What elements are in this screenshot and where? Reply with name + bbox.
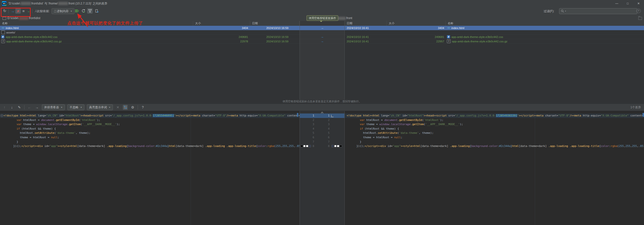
file-table-rows: <>index.html34042024/10/10 16:59→2024/10… bbox=[0, 26, 644, 44]
chevron-down-icon: ▼ bbox=[70, 10, 72, 13]
file-date: 2024/10/10 16:59 bbox=[250, 39, 300, 43]
color-swatch bbox=[300, 145, 303, 147]
prev-file-icon[interactable]: ↑ bbox=[2, 105, 7, 110]
edit-icon[interactable]: ✎ bbox=[17, 105, 22, 110]
diff-toolbar: ↑ ↓ ✎ ← → 并排查看器▼ 不忽略▼ 高亮显示单词▼ ✕ ⚙ ? 1个差异 bbox=[0, 104, 644, 111]
left-editor-pane[interactable]: <!doctype html><html lang="zh_CN" id="ht… bbox=[0, 111, 300, 225]
prev-difference-icon[interactable]: ← bbox=[27, 105, 32, 110]
separator bbox=[138, 105, 138, 110]
table-row[interactable]: <>index.html34042024/10/10 16:59→2024/10… bbox=[0, 26, 644, 30]
html-file-icon: <> bbox=[1, 26, 4, 30]
code-line[interactable]: theme = htmlRoot = null; bbox=[0, 135, 300, 140]
whitespace-dropdown[interactable]: 不忽略▼ bbox=[67, 104, 84, 110]
transfer-direction-arrow[interactable]: → bbox=[300, 26, 345, 30]
filter-label: 过滤(F): bbox=[544, 9, 554, 13]
file-name-cell: ?app-antd-dark-theme-style.e3b0c442.css.… bbox=[0, 39, 193, 43]
file-size: 22957 bbox=[387, 39, 446, 43]
gutter-row: 77 bbox=[300, 140, 344, 144]
code-line[interactable]: if (htmlRoot && theme) { bbox=[345, 127, 644, 131]
color-swatch bbox=[337, 145, 339, 147]
line-number-right: 5 bbox=[315, 131, 330, 135]
gutter-row: 11 bbox=[300, 113, 344, 118]
code-line[interactable]: })();</script><div id="app"><style>html[… bbox=[345, 144, 644, 148]
file-name: index.html bbox=[451, 27, 464, 30]
code-line[interactable]: } bbox=[0, 140, 300, 144]
search-icon bbox=[561, 10, 564, 13]
inspection-widget-icon[interactable] bbox=[0, 114, 3, 117]
line-number-left: 5 bbox=[300, 131, 314, 135]
code-line[interactable]: <!doctype html><html lang="zh_CN" id="ht… bbox=[345, 113, 644, 118]
diff-scroll-marker bbox=[642, 113, 644, 117]
code-line[interactable]: var htmlRoot = document.getElementById('… bbox=[345, 118, 644, 122]
table-row[interactable]: ?app-antd-dark-theme-style.e3b0c442.css.… bbox=[0, 39, 644, 44]
new-file-icon[interactable] bbox=[94, 8, 100, 14]
line-number-right: 6 bbox=[315, 135, 330, 140]
code-line[interactable]: <!doctype html><html lang="zh_CN" id="ht… bbox=[0, 113, 300, 118]
next-file-icon[interactable]: ↓ bbox=[10, 105, 14, 110]
right-editor-pane[interactable]: <!doctype html><html lang="zh_CN" id="ht… bbox=[345, 111, 644, 225]
html-file-icon: <> bbox=[447, 26, 450, 30]
compare-by-value: 二进制内容 bbox=[54, 9, 68, 13]
code-line[interactable]: } bbox=[345, 140, 644, 144]
file-date bbox=[345, 30, 387, 35]
navigate-corner-icon[interactable] bbox=[331, 115, 334, 117]
viewer-mode-dropdown[interactable]: 并排查看器▼ bbox=[42, 104, 65, 110]
code-line[interactable]: htmlRoot.setAttribute('data-theme', them… bbox=[345, 131, 644, 135]
gz-file-icon: ? bbox=[447, 39, 451, 43]
code-line[interactable]: theme = htmlRoot = null; bbox=[345, 135, 644, 140]
synchronize-scrolling-icon[interactable] bbox=[123, 105, 128, 110]
file-name: app-antd-dark-theme-style.e3b0c442.css.g… bbox=[452, 40, 507, 43]
color-swatch bbox=[340, 145, 342, 147]
line-number-left: 6 bbox=[300, 135, 314, 140]
next-difference-icon[interactable]: → bbox=[34, 105, 39, 110]
gutter-row: 88 bbox=[300, 144, 344, 148]
folder-icon bbox=[638, 17, 642, 20]
column-header-date-right[interactable]: 日期 bbox=[345, 21, 387, 26]
whitespace-value: 不忽略 bbox=[70, 105, 78, 110]
file-date: 2024/10/10 16:59 bbox=[250, 26, 300, 30]
gear-icon[interactable]: ⚙ bbox=[130, 105, 135, 110]
file-name-cell: <>index.html bbox=[0, 26, 193, 30]
gutter-row: 33 bbox=[300, 122, 344, 127]
column-header-name-right[interactable]: 名称 bbox=[446, 21, 644, 26]
space-key-tooltip: 使用空格按钮更改操作 bbox=[306, 15, 338, 21]
line-number-right: 3 bbox=[315, 122, 330, 127]
close-button[interactable]: ✕ bbox=[633, 0, 644, 7]
filter-input[interactable]: ▼ bbox=[559, 8, 637, 14]
transfer-direction-arrow[interactable] bbox=[300, 30, 345, 35]
separator bbox=[32, 9, 32, 13]
search-options-caret-icon[interactable]: ▼ bbox=[565, 11, 566, 12]
column-header-date-left[interactable]: 日期 bbox=[250, 21, 300, 26]
highlight-mode-dropdown[interactable]: 高亮显示单词▼ bbox=[87, 104, 113, 110]
code-line[interactable]: var theme = window.localStorage.getItem(… bbox=[345, 122, 644, 127]
file-name-cell: assets/ bbox=[0, 30, 193, 35]
file-name-cell: #app-antd-dark-theme-style.e3b0c442.css bbox=[0, 35, 193, 39]
compare-by-dropdown[interactable]: 二进制内容 ▼ bbox=[52, 8, 74, 14]
code-line[interactable]: var theme = window.localStorage.getItem(… bbox=[0, 122, 300, 127]
code-line[interactable]: htmlRoot.setAttribute('data-theme', them… bbox=[0, 131, 300, 135]
collapse-unchanged-icon[interactable]: ✕ bbox=[116, 105, 120, 110]
table-row[interactable]: assets/ bbox=[0, 30, 644, 35]
color-swatch bbox=[303, 145, 306, 147]
transfer-direction-arrow[interactable]: → bbox=[300, 39, 345, 43]
file-name: app-antd-dark-theme-style.e3b0c442.css bbox=[451, 36, 503, 38]
main-toolbar: ↻ → ≠ = ← 比较依据: 二进制内容 ▼ 过滤(F): ▼ bbox=[0, 7, 644, 16]
gutter-row: 66 bbox=[300, 135, 344, 140]
column-header-size-left[interactable]: 大小 bbox=[193, 21, 250, 26]
help-icon[interactable]: ? bbox=[140, 105, 145, 110]
minimize-button[interactable]: — bbox=[611, 0, 622, 7]
diff-gutter: 1122334455667788 bbox=[300, 111, 345, 225]
code-line[interactable]: if (htmlRoot && theme) { bbox=[0, 127, 300, 131]
file-size: 3404 bbox=[387, 26, 446, 30]
status-hint: 使用空格按钮或鼠标点击来更改选定元素的操作，按回车键执行。 bbox=[0, 100, 644, 103]
table-row[interactable]: #app-antd-dark-theme-style.e3b0c442.css2… bbox=[0, 35, 644, 39]
code-line[interactable]: var htmlRoot = document.getElementById('… bbox=[0, 118, 300, 122]
code-line[interactable]: })();</script><div id="app"><style>html[… bbox=[0, 144, 300, 148]
maximize-button[interactable]: □ bbox=[622, 0, 633, 7]
chevron-down-icon: ▼ bbox=[61, 106, 63, 109]
transfer-direction-arrow[interactable]: → bbox=[300, 35, 345, 39]
line-number-right: 7 bbox=[315, 140, 330, 144]
diff-window: WS 'D:\code\front\dist' 与 '/home/front (… bbox=[0, 0, 644, 225]
annotation-arrow bbox=[74, 13, 92, 30]
column-header-size-right[interactable]: 大小 bbox=[387, 21, 446, 26]
